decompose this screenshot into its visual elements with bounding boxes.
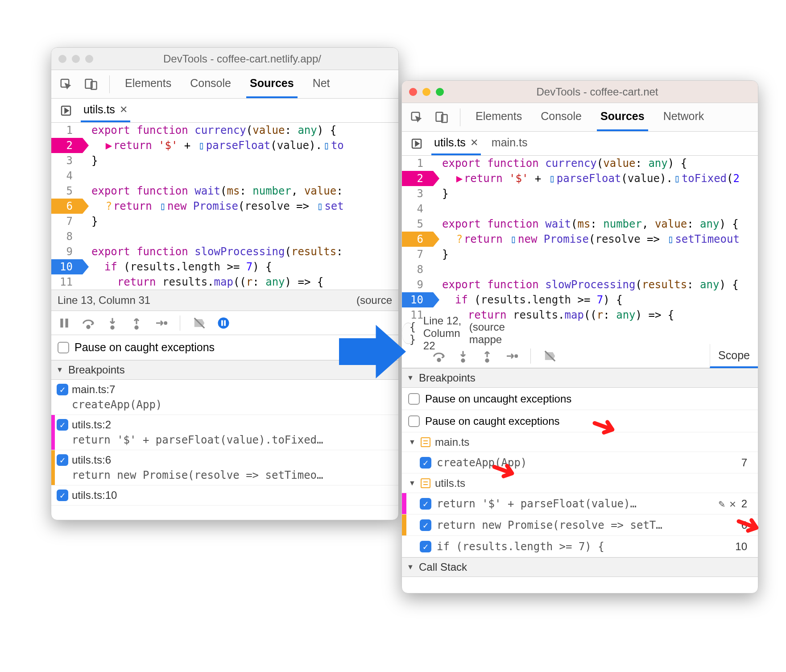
step-into-icon[interactable] — [106, 316, 119, 330]
source-map-label: (source mappe — [469, 321, 505, 346]
breakpoint-checkbox[interactable]: ✓ — [57, 489, 68, 501]
close-icon[interactable]: ✕ — [120, 104, 128, 116]
breakpoint-checkbox[interactable]: ✓ — [420, 498, 431, 510]
filetab-utils[interactable]: utils.ts ✕ — [431, 132, 481, 155]
remove-icon[interactable]: ✕ — [729, 498, 736, 510]
tab-console[interactable]: Console — [537, 103, 585, 131]
breakpoint-line: 2 — [741, 498, 752, 510]
breakpoint-preview: createApp(App) — [72, 398, 393, 411]
breakpoint-item[interactable]: ✓utils.ts:2return '$' + parseFloat(value… — [51, 415, 398, 450]
inspect-icon[interactable] — [59, 78, 73, 91]
breakpoints-header[interactable]: ▼ Breakpoints — [402, 368, 758, 388]
breakpoints-label: Breakpoints — [68, 364, 125, 376]
step-out-icon[interactable] — [480, 349, 494, 363]
svg-point-20 — [515, 355, 517, 357]
filetab-main[interactable]: main.ts — [489, 132, 530, 155]
breakpoint-source: utils.ts:2 — [72, 419, 111, 431]
main-tabs: Elements Console Sources Net — [51, 70, 398, 99]
minimize-light[interactable] — [72, 55, 80, 63]
breakpoint-checkbox[interactable]: ✓ — [57, 419, 68, 431]
breakpoint-checkbox[interactable]: ✓ — [420, 457, 431, 469]
close-light[interactable] — [409, 88, 417, 96]
traffic-lights — [58, 55, 93, 63]
breakpoint-checkbox[interactable]: ✓ — [420, 519, 431, 531]
breakpoint-item[interactable]: ✓utils.ts:6return new Promise(resolve =>… — [51, 450, 398, 485]
tab-elements[interactable]: Elements — [472, 103, 525, 131]
file-name: utils.ts — [435, 477, 465, 489]
breakpoint-row[interactable]: ✓return '$' + parseFloat(value)…✎✕2 — [402, 493, 758, 514]
svg-point-19 — [486, 359, 488, 361]
tab-console[interactable]: Console — [186, 70, 235, 98]
traffic-lights — [409, 88, 444, 96]
step-over-icon[interactable] — [82, 316, 95, 330]
step-icon[interactable] — [505, 349, 518, 363]
breakpoint-row[interactable]: ✓createApp(App)7 — [402, 452, 758, 473]
big-arrow-icon — [339, 325, 406, 378]
call-stack-header[interactable]: ▼ Call Stack — [402, 557, 758, 577]
code-editor-left[interactable]: 1export function currency(value: any) {2… — [51, 123, 398, 290]
svg-rect-12 — [224, 320, 226, 326]
pause-on-exception-icon[interactable] — [217, 316, 230, 330]
breakpoint-item[interactable]: ✓main.ts:7createApp(App) — [51, 380, 398, 415]
pause-caught-label: Pause on caught exceptions — [425, 415, 560, 427]
source-map-label: (source — [356, 294, 392, 307]
breakpoint-checkbox[interactable]: ✓ — [420, 541, 431, 552]
filetab-name: main.ts — [492, 136, 528, 149]
file-name: main.ts — [435, 436, 469, 448]
file-nav-icon[interactable] — [410, 137, 423, 150]
close-icon[interactable]: ✕ — [470, 137, 478, 149]
close-light[interactable] — [58, 55, 66, 63]
scope-tab[interactable]: Scope — [710, 344, 758, 368]
deactivate-breakpoints-icon[interactable] — [193, 316, 206, 330]
pause-caught-label: Pause on caught exceptions — [74, 341, 215, 354]
breakpoint-source: main.ts:7 — [72, 383, 115, 396]
breakpoint-item[interactable]: ✓utils.ts:10 — [51, 485, 398, 506]
breakpoint-checkbox[interactable]: ✓ — [57, 454, 68, 466]
breakpoint-code: return new Promise(resolve => setT… — [437, 519, 736, 531]
zoom-light[interactable] — [85, 55, 93, 63]
breakpoint-file-group[interactable]: ▼main.ts — [402, 432, 758, 452]
disclosure-triangle-icon: ▼ — [56, 366, 64, 374]
pause-uncaught-checkbox[interactable] — [408, 393, 420, 405]
pause-caught-checkbox[interactable] — [408, 415, 420, 427]
deactivate-breakpoints-icon[interactable] — [543, 349, 557, 363]
tab-network[interactable]: Network — [660, 103, 708, 131]
step-out-icon[interactable] — [130, 316, 143, 330]
pause-caught-checkbox[interactable] — [58, 342, 69, 353]
inspect-icon[interactable] — [410, 111, 423, 124]
pause-icon[interactable] — [58, 316, 71, 330]
breakpoint-row[interactable]: ✓return new Promise(resolve => setT…6 — [402, 514, 758, 536]
minimize-light[interactable] — [422, 88, 430, 96]
edit-icon[interactable]: ✎ — [719, 498, 725, 510]
svg-point-17 — [438, 358, 440, 361]
breakpoint-checkbox[interactable]: ✓ — [57, 384, 68, 395]
svg-point-6 — [87, 325, 90, 328]
tab-sources[interactable]: Sources — [597, 103, 648, 131]
breakpoint-line: 7 — [741, 456, 752, 469]
debugger-toolbar: Scope — [402, 344, 758, 368]
breakpoint-file-group[interactable]: ▼utils.ts — [402, 473, 758, 493]
step-over-icon[interactable] — [432, 349, 446, 363]
device-toggle-icon[interactable] — [435, 111, 448, 124]
zoom-light[interactable] — [436, 88, 444, 96]
filetab-name: utils.ts — [83, 103, 115, 116]
step-icon[interactable] — [154, 316, 167, 330]
file-nav-icon[interactable] — [59, 104, 73, 117]
device-toggle-icon[interactable] — [84, 78, 98, 91]
step-into-icon[interactable] — [456, 349, 470, 363]
breakpoint-row[interactable]: ✓if (results.length >= 7) {10 — [402, 536, 758, 557]
tab-network[interactable]: Net — [309, 70, 334, 98]
code-editor-right[interactable]: 1export function currency(value: any) {2… — [402, 156, 758, 323]
call-stack-label: Call Stack — [419, 561, 467, 573]
breakpoint-code: if (results.length >= 7) { — [437, 540, 730, 553]
filetab-utils[interactable]: utils.ts ✕ — [81, 99, 130, 122]
pretty-print-icon[interactable]: { } — [408, 321, 417, 346]
source-file-icon — [421, 478, 430, 488]
tab-sources[interactable]: Sources — [246, 70, 298, 98]
svg-rect-5 — [66, 319, 68, 328]
devtools-window-new: DevTools - coffee-cart.net Elements Cons… — [401, 80, 758, 593]
titlebar: DevTools - coffee-cart.net — [402, 81, 758, 103]
svg-rect-4 — [60, 319, 63, 328]
svg-rect-11 — [221, 320, 223, 326]
tab-elements[interactable]: Elements — [121, 70, 175, 98]
